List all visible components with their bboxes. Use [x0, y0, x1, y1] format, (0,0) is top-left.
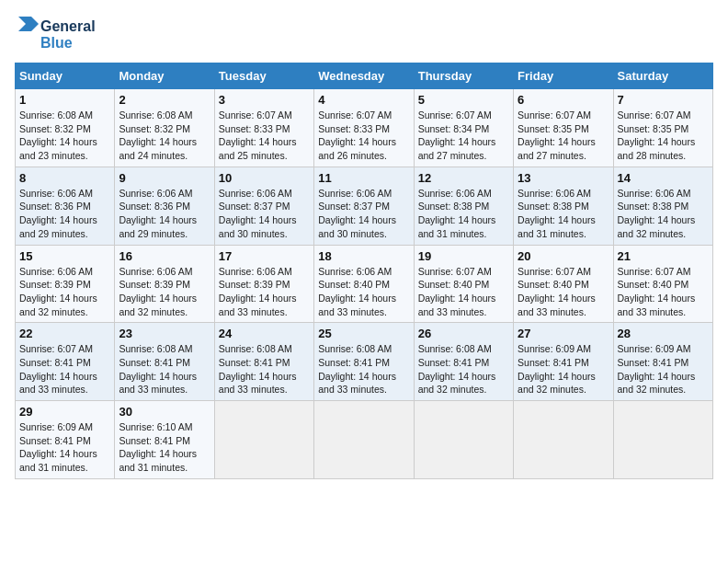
day-info: Sunrise: 6:07 AM Sunset: 8:33 PM Dayligh… — [318, 109, 409, 163]
day-info: Sunrise: 6:06 AM Sunset: 8:40 PM Dayligh… — [318, 265, 409, 319]
calendar-cell: 10Sunrise: 6:06 AM Sunset: 8:37 PM Dayli… — [214, 167, 313, 245]
day-number: 22 — [19, 327, 110, 340]
calendar-cell: 14Sunrise: 6:06 AM Sunset: 8:38 PM Dayli… — [613, 167, 712, 245]
calendar-cell: 28Sunrise: 6:09 AM Sunset: 8:41 PM Dayli… — [613, 323, 712, 401]
logo: GeneralBlue — [15, 15, 97, 55]
day-info: Sunrise: 6:06 AM Sunset: 8:38 PM Dayligh… — [618, 187, 709, 241]
day-number: 7 — [618, 93, 709, 107]
calendar-week-2: 8Sunrise: 6:06 AM Sunset: 8:36 PM Daylig… — [16, 167, 713, 245]
day-info: Sunrise: 6:06 AM Sunset: 8:38 PM Dayligh… — [518, 187, 609, 241]
calendar-cell: 19Sunrise: 6:07 AM Sunset: 8:40 PM Dayli… — [414, 245, 513, 323]
calendar-cell: 15Sunrise: 6:06 AM Sunset: 8:39 PM Dayli… — [16, 245, 115, 323]
calendar-cell — [414, 401, 513, 479]
weekday-header-friday: Friday — [514, 63, 613, 89]
weekday-header-sunday: Sunday — [16, 63, 115, 89]
day-number: 12 — [418, 171, 509, 185]
svg-marker-2 — [18, 17, 39, 31]
calendar-cell: 23Sunrise: 6:08 AM Sunset: 8:41 PM Dayli… — [115, 323, 214, 401]
day-info: Sunrise: 6:08 AM Sunset: 8:41 PM Dayligh… — [119, 342, 210, 396]
weekday-header-saturday: Saturday — [613, 63, 712, 89]
calendar-cell: 12Sunrise: 6:06 AM Sunset: 8:38 PM Dayli… — [414, 167, 513, 245]
weekday-header-monday: Monday — [115, 63, 214, 89]
day-number: 4 — [318, 93, 409, 107]
day-info: Sunrise: 6:08 AM Sunset: 8:32 PM Dayligh… — [119, 109, 210, 163]
calendar-cell: 6Sunrise: 6:07 AM Sunset: 8:35 PM Daylig… — [514, 89, 613, 167]
day-number: 19 — [418, 249, 509, 263]
day-number: 25 — [318, 327, 409, 340]
day-number: 29 — [19, 405, 110, 419]
calendar-cell: 26Sunrise: 6:08 AM Sunset: 8:41 PM Dayli… — [414, 323, 513, 401]
day-number: 26 — [418, 327, 509, 340]
day-number: 10 — [219, 171, 310, 185]
calendar-cell: 21Sunrise: 6:07 AM Sunset: 8:40 PM Dayli… — [613, 245, 712, 323]
day-number: 6 — [518, 93, 609, 107]
calendar-cell: 17Sunrise: 6:06 AM Sunset: 8:39 PM Dayli… — [214, 245, 313, 323]
day-number: 15 — [19, 249, 110, 263]
day-number: 28 — [618, 327, 709, 340]
day-info: Sunrise: 6:06 AM Sunset: 8:36 PM Dayligh… — [119, 187, 210, 241]
calendar-week-3: 15Sunrise: 6:06 AM Sunset: 8:39 PM Dayli… — [16, 245, 713, 323]
calendar-cell: 1Sunrise: 6:08 AM Sunset: 8:32 PM Daylig… — [16, 89, 115, 167]
svg-text:General: General — [40, 18, 96, 34]
calendar-cell: 29Sunrise: 6:09 AM Sunset: 8:41 PM Dayli… — [16, 401, 115, 479]
calendar-cell: 24Sunrise: 6:08 AM Sunset: 8:41 PM Dayli… — [214, 323, 313, 401]
day-info: Sunrise: 6:09 AM Sunset: 8:41 PM Dayligh… — [618, 342, 709, 396]
day-info: Sunrise: 6:10 AM Sunset: 8:41 PM Dayligh… — [119, 420, 210, 475]
day-info: Sunrise: 6:08 AM Sunset: 8:41 PM Dayligh… — [318, 342, 409, 396]
day-number: 13 — [518, 171, 609, 185]
day-number: 1 — [19, 93, 110, 107]
day-info: Sunrise: 6:07 AM Sunset: 8:33 PM Dayligh… — [219, 109, 310, 163]
calendar-cell: 11Sunrise: 6:06 AM Sunset: 8:37 PM Dayli… — [314, 167, 414, 245]
calendar-cell: 2Sunrise: 6:08 AM Sunset: 8:32 PM Daylig… — [115, 89, 214, 167]
day-info: Sunrise: 6:06 AM Sunset: 8:37 PM Dayligh… — [318, 187, 409, 241]
day-number: 11 — [318, 171, 409, 185]
day-info: Sunrise: 6:07 AM Sunset: 8:35 PM Dayligh… — [618, 109, 709, 163]
day-number: 17 — [219, 249, 310, 263]
svg-text:Blue: Blue — [40, 35, 73, 51]
calendar-week-5: 29Sunrise: 6:09 AM Sunset: 8:41 PM Dayli… — [16, 401, 713, 479]
calendar-cell: 5Sunrise: 6:07 AM Sunset: 8:34 PM Daylig… — [414, 89, 513, 167]
day-info: Sunrise: 6:06 AM Sunset: 8:37 PM Dayligh… — [219, 187, 310, 241]
calendar-cell: 30Sunrise: 6:10 AM Sunset: 8:41 PM Dayli… — [115, 401, 214, 479]
day-info: Sunrise: 6:09 AM Sunset: 8:41 PM Dayligh… — [518, 342, 609, 396]
day-info: Sunrise: 6:09 AM Sunset: 8:41 PM Dayligh… — [19, 420, 110, 475]
day-number: 16 — [119, 249, 210, 263]
calendar-cell — [613, 401, 712, 479]
weekday-header-thursday: Thursday — [414, 63, 513, 89]
calendar-table: SundayMondayTuesdayWednesdayThursdayFrid… — [15, 63, 713, 479]
day-number: 14 — [618, 171, 709, 185]
day-number: 24 — [219, 327, 310, 340]
weekday-header-tuesday: Tuesday — [214, 63, 313, 89]
page-header: GeneralBlue — [15, 15, 713, 55]
day-info: Sunrise: 6:06 AM Sunset: 8:39 PM Dayligh… — [219, 265, 310, 319]
day-number: 5 — [418, 93, 509, 107]
calendar-week-4: 22Sunrise: 6:07 AM Sunset: 8:41 PM Dayli… — [16, 323, 713, 401]
day-info: Sunrise: 6:07 AM Sunset: 8:41 PM Dayligh… — [19, 342, 110, 396]
day-info: Sunrise: 6:06 AM Sunset: 8:36 PM Dayligh… — [19, 187, 110, 241]
day-number: 27 — [518, 327, 609, 340]
calendar-cell: 7Sunrise: 6:07 AM Sunset: 8:35 PM Daylig… — [613, 89, 712, 167]
day-info: Sunrise: 6:07 AM Sunset: 8:34 PM Dayligh… — [418, 109, 509, 163]
calendar-cell: 9Sunrise: 6:06 AM Sunset: 8:36 PM Daylig… — [115, 167, 214, 245]
calendar-cell: 18Sunrise: 6:06 AM Sunset: 8:40 PM Dayli… — [314, 245, 414, 323]
calendar-cell: 16Sunrise: 6:06 AM Sunset: 8:39 PM Dayli… — [115, 245, 214, 323]
calendar-cell: 3Sunrise: 6:07 AM Sunset: 8:33 PM Daylig… — [214, 89, 313, 167]
calendar-cell: 27Sunrise: 6:09 AM Sunset: 8:41 PM Dayli… — [514, 323, 613, 401]
calendar-cell: 4Sunrise: 6:07 AM Sunset: 8:33 PM Daylig… — [314, 89, 414, 167]
day-number: 30 — [119, 405, 210, 419]
calendar-cell: 8Sunrise: 6:06 AM Sunset: 8:36 PM Daylig… — [16, 167, 115, 245]
day-number: 9 — [119, 171, 210, 185]
day-info: Sunrise: 6:07 AM Sunset: 8:35 PM Dayligh… — [518, 109, 609, 163]
calendar-week-1: 1Sunrise: 6:08 AM Sunset: 8:32 PM Daylig… — [16, 89, 713, 167]
day-number: 20 — [518, 249, 609, 263]
logo-svg: GeneralBlue — [15, 15, 97, 55]
day-info: Sunrise: 6:07 AM Sunset: 8:40 PM Dayligh… — [518, 265, 609, 319]
day-number: 21 — [618, 249, 709, 263]
day-info: Sunrise: 6:08 AM Sunset: 8:41 PM Dayligh… — [219, 342, 310, 396]
weekday-header-row: SundayMondayTuesdayWednesdayThursdayFrid… — [16, 63, 713, 89]
calendar-cell — [214, 401, 313, 479]
calendar-cell: 13Sunrise: 6:06 AM Sunset: 8:38 PM Dayli… — [514, 167, 613, 245]
day-info: Sunrise: 6:07 AM Sunset: 8:40 PM Dayligh… — [418, 265, 509, 319]
calendar-cell: 20Sunrise: 6:07 AM Sunset: 8:40 PM Dayli… — [514, 245, 613, 323]
calendar-cell — [514, 401, 613, 479]
